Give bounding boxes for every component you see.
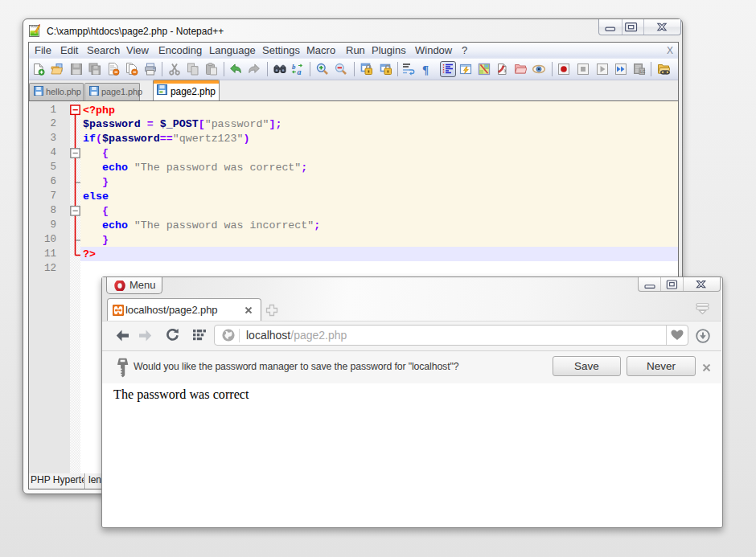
svg-text:LC: LC [640, 69, 646, 74]
svg-text:a: a [298, 68, 302, 76]
svg-text:b: b [292, 63, 296, 71]
svg-text:¶: ¶ [422, 63, 429, 76]
